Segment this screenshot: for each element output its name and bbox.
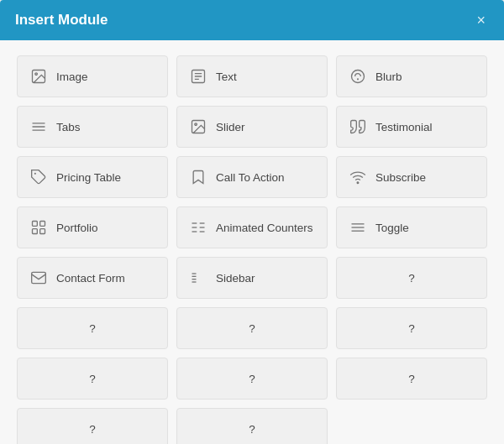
module-counters-label: Animated Counters: [216, 222, 313, 234]
module-unknown-6-label: ?: [249, 373, 255, 385]
module-unknown-3[interactable]: ?: [176, 307, 328, 349]
module-sidebar[interactable]: Sidebar: [176, 257, 328, 299]
module-unknown-2-label: ?: [89, 322, 96, 335]
module-subscribe-label: Subscribe: [375, 171, 426, 184]
module-text-label: Text: [216, 71, 237, 83]
module-unknown-4-label: ?: [408, 322, 415, 335]
module-text[interactable]: Text: [176, 55, 328, 97]
sidebar-icon: [189, 269, 207, 287]
counters-icon: [189, 218, 207, 237]
modal-header: Insert Module ×: [0, 0, 504, 40]
slider-icon: [189, 118, 207, 136]
module-unknown-4[interactable]: ?: [336, 307, 487, 349]
svg-rect-15: [33, 222, 38, 227]
svg-point-1: [35, 73, 38, 76]
module-blurb[interactable]: Blurb: [336, 55, 487, 97]
testimonial-icon: [349, 118, 367, 136]
module-toggle[interactable]: Toggle: [336, 206, 487, 248]
module-cta-label: Call To Action: [216, 171, 285, 184]
svg-rect-17: [33, 229, 38, 234]
module-unknown-3-label: ?: [249, 322, 255, 335]
module-slider[interactable]: Slider: [176, 106, 328, 148]
svg-point-14: [357, 182, 359, 184]
contactform-icon: [29, 269, 48, 287]
module-unknown-7-label: ?: [408, 373, 415, 385]
module-unknown-7[interactable]: ?: [336, 358, 487, 400]
svg-point-6: [352, 71, 365, 83]
module-image[interactable]: Image: [17, 55, 168, 97]
tabs-icon: [29, 118, 48, 136]
cta-icon: [189, 168, 207, 186]
module-subscribe[interactable]: Subscribe: [336, 156, 487, 198]
module-unknown-1[interactable]: ?: [336, 257, 487, 299]
module-portfolio-label: Portfolio: [56, 222, 98, 234]
svg-rect-18: [40, 229, 45, 234]
module-unknown-5-label: ?: [89, 373, 96, 385]
module-unknown-2[interactable]: ?: [17, 307, 168, 349]
module-unknown-6[interactable]: ?: [176, 358, 328, 400]
module-contact-form[interactable]: Contact Form: [17, 257, 168, 299]
text-icon: [189, 67, 207, 86]
module-pricing-table[interactable]: Pricing Table: [17, 156, 168, 198]
subscribe-icon: [349, 168, 367, 186]
module-testimonial-label: Testimonial: [375, 121, 433, 133]
insert-module-modal: Insert Module × Image Text: [0, 0, 504, 444]
close-button[interactable]: ×: [473, 13, 489, 28]
module-call-to-action[interactable]: Call To Action: [176, 156, 328, 198]
svg-rect-28: [32, 272, 46, 283]
portfolio-icon: [29, 218, 48, 237]
module-unknown-8[interactable]: ?: [17, 408, 168, 444]
svg-rect-16: [40, 222, 45, 227]
image-icon: [29, 67, 48, 86]
blurb-icon: [349, 67, 367, 86]
module-tabs-label: Tabs: [56, 121, 81, 133]
module-pricing-label: Pricing Table: [56, 171, 121, 184]
module-tabs[interactable]: Tabs: [17, 106, 168, 148]
module-portfolio[interactable]: Portfolio: [17, 206, 168, 248]
modal-title: Insert Module: [15, 12, 108, 29]
module-image-label: Image: [56, 71, 88, 83]
module-unknown-5[interactable]: ?: [17, 358, 168, 400]
module-testimonial[interactable]: Testimonial: [336, 106, 487, 148]
module-contact-label: Contact Form: [56, 272, 125, 285]
module-sidebar-label: Sidebar: [216, 272, 255, 285]
modules-grid: Image Text Blurb Tabs: [17, 55, 487, 444]
svg-point-12: [195, 123, 197, 126]
module-unknown-9[interactable]: ?: [176, 408, 328, 444]
module-animated-counters[interactable]: Animated Counters: [176, 206, 328, 248]
module-unknown-1-label: ?: [408, 272, 415, 285]
module-blurb-label: Blurb: [375, 71, 402, 83]
module-unknown-8-label: ?: [89, 423, 96, 436]
module-toggle-label: Toggle: [375, 222, 409, 234]
modal-body: Image Text Blurb Tabs: [0, 40, 504, 444]
toggle-icon: [349, 218, 367, 237]
module-slider-label: Slider: [216, 121, 245, 133]
pricing-icon: [29, 168, 48, 186]
module-unknown-9-label: ?: [249, 423, 255, 436]
